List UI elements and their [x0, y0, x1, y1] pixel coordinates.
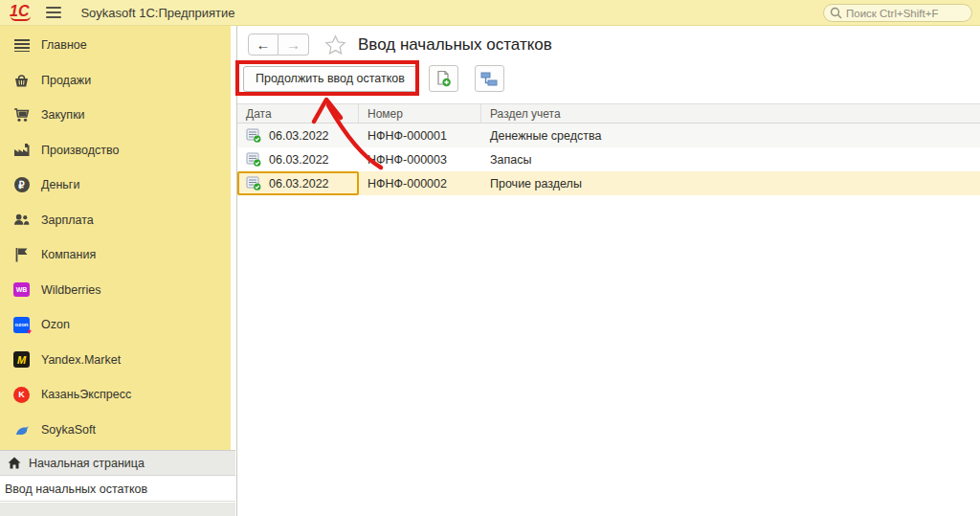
- posted-document-icon: [246, 176, 261, 191]
- posted-document-icon: [246, 152, 261, 167]
- sidebar-item-label: Деньги: [41, 178, 79, 191]
- sidebar-item-yandex-market[interactable]: M Yandex.Market: [0, 343, 231, 378]
- sidebar-item-money[interactable]: ₽ Деньги: [0, 168, 231, 203]
- sidebar-item-label: Wildberries: [41, 283, 101, 297]
- taskbar-empty-strip: [0, 503, 235, 516]
- yandex-market-logo-icon: M: [13, 351, 30, 368]
- posted-document-icon: [246, 128, 261, 143]
- menu-lines-icon: [13, 37, 30, 54]
- sidebar-item-company[interactable]: Компания: [0, 237, 231, 273]
- cell-section: Прочие разделы: [481, 171, 980, 195]
- sidebar-item-salary[interactable]: Зарплата: [0, 203, 231, 238]
- create-document-button[interactable]: [429, 65, 458, 92]
- related-documents-button[interactable]: [475, 65, 504, 92]
- favorites-star-icon[interactable]: [324, 34, 346, 56]
- app-title: Soykasoft 1С:Предприятие: [80, 6, 234, 20]
- sidebar-item-kazanexpress[interactable]: K КазаньЭкспресс: [0, 377, 231, 413]
- table-header-row: Дата Номер Раздел учета: [237, 103, 980, 123]
- open-window-label: Ввод начальных остатков: [5, 482, 147, 496]
- main-content: ← → Ввод начальных остатков Продолжить в…: [236, 26, 980, 516]
- toolbar: Продолжить ввод остатков: [243, 65, 504, 92]
- sidebar-item-label: Производство: [41, 144, 120, 157]
- column-header-date[interactable]: Дата: [237, 104, 359, 123]
- back-button[interactable]: ←: [248, 34, 278, 56]
- search-input[interactable]: [846, 8, 966, 19]
- basket-icon: [13, 72, 30, 88]
- table-row-selected[interactable]: 06.03.2022 НФНФ-000002 Прочие разделы: [237, 171, 980, 195]
- sidebar-item-ozon[interactable]: ozon♥ Ozon: [0, 307, 231, 343]
- ruble-icon: ₽: [13, 177, 30, 193]
- ozon-logo-icon: ozon♥: [13, 317, 30, 333]
- factory-icon: [13, 142, 30, 158]
- column-header-section[interactable]: Раздел учета: [481, 104, 980, 123]
- cell-section: Запасы: [481, 147, 980, 171]
- main-menu-icon[interactable]: [46, 7, 61, 18]
- cell-date: 06.03.2022: [269, 153, 329, 167]
- sidebar-item-label: Ozon: [41, 318, 70, 331]
- sidebar-item-label: Yandex.Market: [41, 353, 121, 367]
- sections-panel: Главное Продажи Закупки Производство ₽ Д…: [0, 26, 231, 450]
- table-row[interactable]: 06.03.2022 НФНФ-000001 Денежные средства: [237, 123, 980, 147]
- home-page-tab[interactable]: Начальная страница: [0, 450, 235, 476]
- top-bar: 1С Soykasoft 1С:Предприятие: [0, 0, 980, 26]
- focused-cell[interactable]: 06.03.2022: [237, 171, 359, 195]
- sidebar-item-production[interactable]: Производство: [0, 133, 231, 168]
- cell-date: 06.03.2022: [269, 177, 329, 191]
- new-document-icon: [434, 70, 452, 87]
- structure-icon: [480, 71, 498, 87]
- cart-icon: [13, 107, 30, 123]
- sidebar-item-label: Закупки: [41, 108, 85, 122]
- bird-logo-icon: [13, 421, 30, 437]
- wildberries-logo-icon: WB: [13, 281, 30, 298]
- sidebar-item-label: Главное: [41, 38, 87, 52]
- forward-button[interactable]: →: [278, 34, 309, 56]
- table-row[interactable]: 06.03.2022 НФНФ-000003 Запасы: [237, 147, 980, 171]
- sidebar-item-label: Продажи: [41, 74, 91, 87]
- home-page-label: Начальная страница: [29, 457, 145, 470]
- documents-table: Дата Номер Раздел учета 06.03.2022 НФНФ-…: [237, 103, 980, 195]
- home-icon: [8, 457, 21, 469]
- sidebar-item-purchases[interactable]: Закупки: [0, 98, 231, 133]
- cell-number: НФНФ-000003: [359, 147, 481, 171]
- sidebar-item-main[interactable]: Главное: [0, 28, 231, 63]
- cell-date: 06.03.2022: [269, 129, 329, 143]
- continue-entry-button[interactable]: Продолжить ввод остатков: [243, 66, 417, 92]
- sidebar-item-label: КазаньЭкспресс: [41, 388, 131, 401]
- column-header-number[interactable]: Номер: [359, 104, 481, 123]
- sidebar-item-soykasoft[interactable]: SoykaSoft: [0, 413, 231, 448]
- sidebar-item-wildberries[interactable]: WB Wildberries: [0, 273, 231, 308]
- cell-section: Денежные средства: [481, 123, 980, 147]
- window-header: ← → Ввод начальных остатков: [248, 34, 552, 56]
- sidebar-item-sales[interactable]: Продажи: [0, 63, 231, 99]
- people-icon: [13, 212, 30, 228]
- sidebar-item-label: SoykaSoft: [41, 423, 96, 437]
- flag-icon: [13, 247, 30, 263]
- global-search[interactable]: [823, 4, 972, 22]
- 1c-logo: 1С: [10, 4, 29, 21]
- open-window-tab[interactable]: Ввод начальных остатков: [0, 477, 235, 502]
- sidebar-item-label: Зарплата: [41, 213, 94, 227]
- cell-number: НФНФ-000002: [359, 171, 481, 195]
- kazanexpress-logo-icon: K: [13, 387, 30, 403]
- search-icon: [830, 7, 842, 19]
- page-title: Ввод начальных остатков: [358, 35, 552, 55]
- sidebar-item-label: Компания: [41, 248, 96, 261]
- cell-number: НФНФ-000001: [359, 123, 481, 147]
